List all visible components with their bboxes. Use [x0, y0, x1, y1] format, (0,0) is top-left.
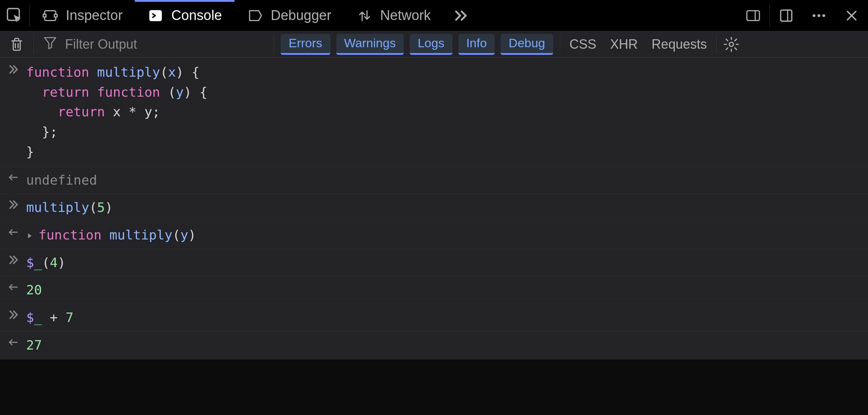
toggle-requests[interactable]: Requests	[652, 37, 707, 52]
expand-triangle-icon[interactable]	[26, 232, 33, 239]
svg-rect-7	[781, 10, 792, 21]
tab-inspector[interactable]: Inspector	[29, 0, 135, 31]
svg-rect-5	[747, 11, 760, 20]
debugger-icon	[247, 7, 264, 24]
output-marker-icon	[0, 169, 26, 184]
element-picker-button[interactable]	[0, 0, 29, 31]
svg-point-15	[729, 42, 734, 47]
console-icon	[147, 7, 164, 24]
responsive-mode-button[interactable]	[737, 0, 769, 31]
console-entry-content: function multiply(y)	[26, 224, 868, 245]
tabs-overflow-button[interactable]	[443, 0, 479, 31]
console-entry-content: undefined	[26, 169, 868, 190]
svg-rect-8	[781, 10, 792, 21]
dock-side-button[interactable]	[770, 0, 803, 31]
console-entry-content: 20	[26, 279, 868, 300]
svg-point-10	[813, 14, 816, 17]
input-marker-icon	[0, 306, 26, 321]
console-settings-button[interactable]	[717, 36, 746, 53]
console-input-row[interactable]: function multiply(x) { return function (…	[0, 57, 868, 167]
close-devtools-button[interactable]	[835, 0, 868, 31]
console-output[interactable]: function multiply(x) { return function (…	[0, 57, 868, 359]
console-output-row[interactable]: 20	[0, 277, 868, 304]
tab-label: Console	[171, 8, 222, 23]
console-entry-content: $_ + 7	[26, 306, 868, 328]
filter-placeholder: Filter Output	[65, 37, 137, 52]
svg-point-12	[823, 14, 825, 17]
network-icon	[356, 7, 373, 24]
input-marker-icon	[0, 61, 26, 76]
console-input-row[interactable]: $_(4)	[0, 249, 868, 277]
output-marker-icon	[0, 224, 26, 238]
svg-point-11	[817, 14, 820, 17]
filter-warnings[interactable]: Warnings	[336, 34, 404, 55]
toggle-xhr[interactable]: XHR	[610, 37, 638, 52]
toggle-css[interactable]: CSS	[570, 37, 596, 52]
active-tab-indicator	[135, 0, 234, 2]
filter-info[interactable]: Info	[458, 34, 495, 55]
log-level-filters: Errors Warnings Logs Info Debug	[274, 34, 560, 55]
input-marker-icon	[0, 251, 26, 266]
console-output-row[interactable]: 27	[0, 332, 868, 359]
filter-logs[interactable]: Logs	[410, 34, 453, 55]
tab-label: Debugger	[271, 8, 331, 23]
tab-label: Network	[380, 8, 431, 23]
chevrons-right-icon	[453, 7, 469, 24]
console-input-row[interactable]: multiply(5)	[0, 194, 868, 222]
filter-output-field[interactable]: Filter Output	[34, 34, 274, 54]
tab-network[interactable]: Network	[344, 0, 443, 31]
svg-rect-3	[55, 14, 57, 17]
svg-rect-2	[43, 14, 46, 17]
output-marker-icon	[0, 334, 26, 348]
console-input-row[interactable]: $_ + 7	[0, 304, 868, 332]
tab-debugger[interactable]: Debugger	[234, 0, 344, 31]
clear-console-button[interactable]	[0, 31, 33, 57]
console-entry-content: function multiply(x) { return function (…	[26, 61, 868, 162]
devtools-tabbar: Inspector Console Debugger Network	[0, 0, 868, 31]
console-entry-content: 27	[26, 334, 868, 355]
console-output-row[interactable]: undefined	[0, 167, 868, 194]
filter-errors[interactable]: Errors	[281, 34, 330, 55]
tab-console[interactable]: Console	[135, 0, 234, 31]
inspector-icon	[42, 7, 59, 24]
console-output-row[interactable]: function multiply(y)	[0, 222, 868, 249]
filter-debug[interactable]: Debug	[501, 34, 553, 55]
console-entry-content: multiply(5)	[26, 196, 868, 218]
output-marker-icon	[0, 279, 26, 293]
console-toolbar: Filter Output Errors Warnings Logs Info …	[0, 31, 868, 57]
input-marker-icon	[0, 196, 26, 211]
kebab-menu-button[interactable]	[803, 0, 835, 31]
tab-label: Inspector	[66, 8, 122, 23]
console-entry-content: $_(4)	[26, 251, 868, 273]
funnel-icon	[42, 34, 59, 54]
